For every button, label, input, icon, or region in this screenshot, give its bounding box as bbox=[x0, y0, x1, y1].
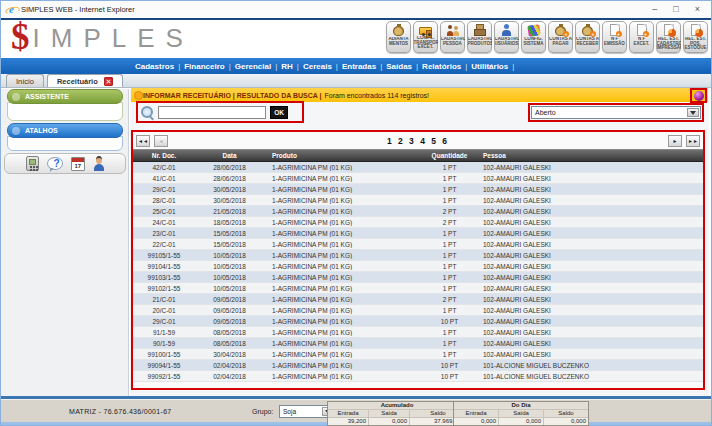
menu-item-cadastros[interactable]: Cadastros bbox=[131, 62, 178, 71]
cell-pessoa: 102-AMAURI GALESKI bbox=[477, 241, 703, 248]
cell-nr-doc: 99104/1-55 bbox=[133, 263, 195, 270]
calculator-icon[interactable] bbox=[26, 156, 39, 171]
table-row[interactable]: 29/C-0109/05/20181-AGRIMICINA PM (01 KG)… bbox=[133, 316, 703, 327]
table-row[interactable]: 99103/1-5510/05/20181-AGRIMICINA PM (01 … bbox=[133, 272, 703, 283]
cell-pessoa: 102-AMAURI GALESKI bbox=[477, 340, 703, 347]
compl-transporte-button[interactable]: COMPL. TRANSPORTE EXCET. bbox=[413, 21, 438, 53]
column-header-pessoa[interactable]: Pessoa bbox=[477, 152, 703, 159]
table-header: Nr. Doc.DataProdutoQuantidadePessoa bbox=[133, 149, 703, 162]
palette-icon bbox=[527, 24, 540, 37]
table-row[interactable]: 99102/1-5510/05/20181-AGRIMICINA PM (01 … bbox=[133, 283, 703, 294]
status-filter-group: Aberto bbox=[528, 103, 704, 122]
table-row[interactable]: 25/C-0121/05/20181-AGRIMICINA PM (01 KG)… bbox=[133, 206, 703, 217]
calendar-icon[interactable] bbox=[71, 157, 85, 171]
table-row[interactable]: 23/C-0115/05/20181-AGRIMICINA PM (01 KG)… bbox=[133, 228, 703, 239]
cell-produto: 1-AGRIMICINA PM (01 KG) bbox=[264, 362, 422, 369]
table-row[interactable]: 41/C-0128/06/20181-AGRIMICINA PM (01 KG)… bbox=[133, 173, 703, 184]
contas-a-pagar-button[interactable]: CONTAS A PAGAR bbox=[548, 21, 573, 53]
rel-est-cadastro-impressao-button[interactable]: REL. EST. CADASTRO IMPRESSÃO bbox=[656, 21, 681, 53]
table-row[interactable]: 20/C-0109/05/20181-AGRIMICINA PM (01 KG)… bbox=[133, 305, 703, 316]
cadastro-pessoa-button[interactable]: CADASTRO PESSOA bbox=[440, 21, 465, 53]
status-filter-value: Aberto bbox=[535, 109, 556, 116]
table-row[interactable]: 99092/1-5502/04/20181-AGRIMICINA PM (01 … bbox=[133, 371, 703, 382]
menu-item-rh[interactable]: RH bbox=[277, 62, 297, 71]
tab-receituario[interactable]: Receituário bbox=[47, 74, 123, 87]
sidebar-item-atalhos[interactable]: ATALHOS bbox=[7, 123, 123, 138]
search-group: OK bbox=[136, 101, 304, 123]
table-row[interactable]: 22/C-0115/05/20181-AGRIMICINA PM (01 KG)… bbox=[133, 239, 703, 250]
totals-acumulado: AcumuladoEntradaSaídaSaldo39,2000,00037.… bbox=[327, 401, 467, 426]
rel-est-pos-estoque-button[interactable]: REL. EST. POS. ESTOQUE bbox=[683, 21, 708, 53]
contas-a-receber-button[interactable]: CONTAS A RECEBER bbox=[575, 21, 600, 53]
table-row[interactable]: 90/1-5908/05/20181-AGRIMICINA PM (01 KG)… bbox=[133, 338, 703, 349]
toolbar-button-label: CADASTRO PRODUTOS bbox=[468, 37, 492, 49]
column-header-data[interactable]: Data bbox=[195, 152, 264, 159]
cell-produto: 1-AGRIMICINA PM (01 KG) bbox=[264, 285, 422, 292]
menu-item-utilitrios[interactable]: Utilitários bbox=[467, 62, 512, 71]
table-row[interactable]: 29/C-0130/05/20181-AGRIMICINA PM (01 KG)… bbox=[133, 184, 703, 195]
search-input[interactable] bbox=[158, 106, 266, 119]
cell-data: 10/05/2018 bbox=[195, 274, 264, 281]
nf-excet-button[interactable]: N F EXCET. bbox=[629, 21, 654, 53]
close-button[interactable]: × bbox=[695, 2, 700, 17]
first-page-button[interactable]: ◄◄ bbox=[136, 135, 150, 147]
cell-produto: 1-AGRIMICINA PM (01 KG) bbox=[264, 296, 422, 303]
minimize-button[interactable]: – bbox=[652, 2, 657, 17]
cell-pessoa: 102-AMAURI GALESKI bbox=[477, 351, 703, 358]
table-row[interactable]: 99094/1-5502/04/20181-AGRIMICINA PM (01 … bbox=[133, 360, 703, 371]
status-filter-select[interactable]: Aberto bbox=[531, 106, 701, 119]
banner-title: INFORMAR RECEITUÁRIO | RESULTADO DA BUSC… bbox=[143, 92, 322, 99]
grupo-value: Soja bbox=[283, 408, 296, 415]
cell-nr-doc: 23/C-01 bbox=[133, 230, 195, 237]
menu-item-entradas[interactable]: Entradas bbox=[338, 62, 380, 71]
cell-data: 28/06/2018 bbox=[195, 164, 264, 171]
previous-page-button[interactable]: ◄ bbox=[154, 135, 168, 147]
menu-item-financeiro[interactable]: Financeiro bbox=[180, 62, 228, 71]
next-page-button[interactable]: ► bbox=[668, 135, 682, 147]
cadastro-produtos-button[interactable]: CADASTRO PRODUTOS bbox=[467, 21, 492, 53]
menu-item-cereais[interactable]: Cereais bbox=[299, 62, 336, 71]
menu-item-gerencial[interactable]: Gerencial bbox=[231, 62, 275, 71]
last-page-button[interactable]: ►► bbox=[686, 135, 700, 147]
chevron-down-icon[interactable] bbox=[687, 108, 699, 117]
cell-produto: 1-AGRIMICINA PM (01 KG) bbox=[264, 252, 422, 259]
table-row[interactable]: 28/C-0130/05/20181-AGRIMICINA PM (01 KG)… bbox=[133, 195, 703, 206]
money-bag-plus-icon bbox=[582, 26, 593, 36]
banner-action-button[interactable] bbox=[690, 88, 707, 103]
tab-inicio[interactable]: Início bbox=[6, 74, 44, 87]
menu-item-sadas[interactable]: Saídas bbox=[382, 62, 416, 71]
column-header-nrdoc[interactable]: Nr. Doc. bbox=[133, 152, 195, 159]
cell-data: 30/04/2018 bbox=[195, 351, 264, 358]
menu-item-relatrios[interactable]: Relatórios bbox=[418, 62, 465, 71]
adiantamentos-button[interactable]: ADIANTA MENTOS bbox=[386, 21, 411, 53]
person-icon[interactable] bbox=[93, 156, 105, 171]
tab-label: Início bbox=[16, 77, 34, 86]
cell-nr-doc: 21/C-01 bbox=[133, 296, 195, 303]
totals-value: 0,000 bbox=[544, 418, 588, 425]
table-row[interactable]: 99100/1-5530/04/20181-AGRIMICINA PM (01 … bbox=[133, 349, 703, 360]
cell-nr-doc: 99102/1-55 bbox=[133, 285, 195, 292]
maximize-button[interactable]: □ bbox=[673, 2, 678, 17]
table-row[interactable]: 99105/1-5510/05/20181-AGRIMICINA PM (01 … bbox=[133, 250, 703, 261]
sidebar-item-assistente[interactable]: ASSISTENTE bbox=[7, 89, 123, 104]
toolbar-button-label: CONTAS A PAGAR bbox=[549, 37, 573, 49]
help-icon[interactable] bbox=[47, 157, 63, 170]
column-header-produto[interactable]: Produto bbox=[264, 152, 422, 159]
table-row[interactable]: 99104/1-5510/05/20181-AGRIMICINA PM (01 … bbox=[133, 261, 703, 272]
table-row[interactable]: 42/C-0128/06/20181-AGRIMICINA PM (01 KG)… bbox=[133, 162, 703, 173]
results-table-region: ◄◄ ◄ 1 2 3 4 5 6 ► ►► Nr. Doc.DataProdut… bbox=[131, 130, 705, 390]
tab-close-icon[interactable] bbox=[104, 77, 113, 86]
cell-pessoa: 102-AMAURI GALESKI bbox=[477, 307, 703, 314]
page-numbers[interactable]: 1 2 3 4 5 6 bbox=[133, 136, 703, 146]
totals-group-title: Acumulado bbox=[328, 402, 466, 409]
table-row[interactable]: 21/C-0109/05/20181-AGRIMICINA PM (01 KG)… bbox=[133, 294, 703, 305]
cadastro-usuarios-button[interactable]: CADASTRO USUÁRIOS bbox=[494, 21, 519, 53]
cell-data: 10/05/2018 bbox=[195, 263, 264, 270]
search-ok-button[interactable]: OK bbox=[270, 106, 288, 119]
column-header-quantidade[interactable]: Quantidade bbox=[422, 152, 477, 159]
config-sistema-button[interactable]: CONFIG. SISTEMA bbox=[521, 21, 546, 53]
nf-emissao-button[interactable]: N F EMISSÃO bbox=[602, 21, 627, 53]
table-row[interactable]: 91/1-5908/05/20181-AGRIMICINA PM (01 KG)… bbox=[133, 327, 703, 338]
company-id: MATRIZ - 76.676.436/0001-67 bbox=[69, 408, 172, 415]
table-row[interactable]: 24/C-0118/05/20181-AGRIMICINA PM (01 KG)… bbox=[133, 217, 703, 228]
